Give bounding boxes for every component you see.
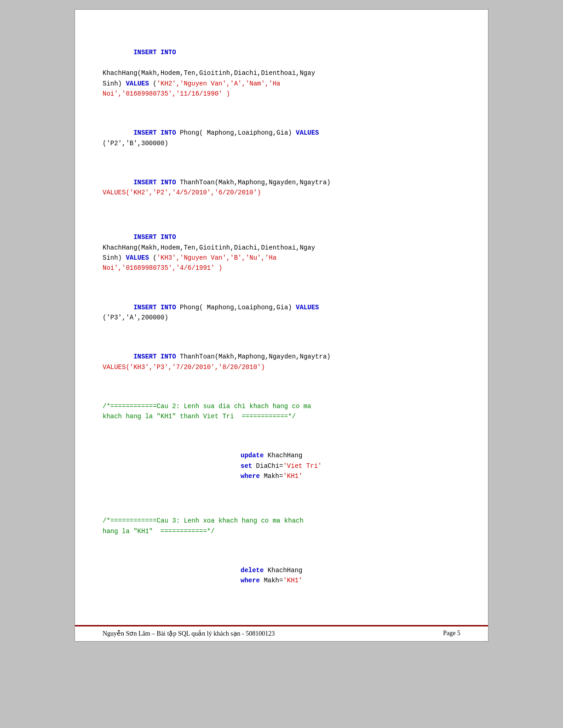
where-val-1: 'KH1'	[283, 472, 302, 480]
kw-set: set	[241, 462, 252, 470]
set-val: 'Viet Tri'	[283, 462, 322, 470]
code-text-8: ThanhToan(Makh,Maphong,Ngayden,Ngaytra)	[176, 353, 331, 360]
code-text-6: (	[149, 254, 157, 262]
kw-values-3: VALUES	[126, 254, 149, 262]
kw-insert-4: INSERT INTO	[133, 233, 176, 241]
code-values-p3: ('P3','A',200000)	[103, 314, 168, 321]
kw-insert-6: INSERT INTO	[133, 353, 176, 360]
where-col-2: Makh=	[260, 577, 283, 584]
insert-phong-p3-block: INSERT INTO Phong( Maphong,Loaiphong,Gia…	[103, 292, 460, 333]
delete-block: delete KhachHang where Makh='KH1'	[103, 555, 460, 596]
kw-insert-1: INSERT INTO	[118, 49, 176, 56]
comment-cau3: /*============Cau 3: Lenh xoa khach hang…	[103, 506, 460, 547]
kw-update: update	[241, 452, 264, 459]
kw-values-2: VALUES	[296, 129, 319, 136]
kw-insert-5: INSERT INTO	[133, 304, 176, 311]
footer: Nguyễn Sơn Lâm – Bài tập SQL quản lý khá…	[75, 625, 488, 641]
insert-kh3-block: INSERT INTO KhachHang(Makh,Hodem,Ten,Gio…	[103, 222, 460, 284]
comment-text-2: /*============Cau 2: Lenh sua dia chi kh…	[103, 403, 311, 420]
kw-insert-3: INSERT INTO	[133, 179, 176, 186]
footer-left: Nguyễn Sơn Lâm – Bài tập SQL quản lý khá…	[103, 630, 275, 637]
delete-table: KhachHang	[264, 567, 302, 574]
kw-delete: delete	[241, 567, 264, 574]
set-col: DiaChi=	[252, 462, 283, 470]
kw-insert-2: INSERT INTO	[133, 129, 176, 136]
kw-values-1: VALUES	[126, 80, 149, 87]
code-indent-6	[118, 353, 134, 360]
insert-phong-p2-block: INSERT INTO Phong( Maphong,Loaiphong,Gia…	[103, 118, 460, 159]
kw-values-4: VALUES	[296, 304, 319, 311]
code-text-2: (	[149, 80, 157, 87]
code-text-7: Phong( Maphong,Loaiphong,Gia)	[176, 304, 296, 311]
code-indent-3	[118, 179, 134, 186]
code-text-4: ThanhToan(Makh,Maphong,Ngayden,Ngaytra)	[176, 179, 331, 186]
comment-cau2: /*============Cau 2: Lenh sua dia chi kh…	[103, 391, 460, 432]
insert-thanhtoan-kh2-block: INSERT INTO ThanhToan(Makh,Maphong,Ngayd…	[103, 167, 460, 208]
insert-kh2-block: INSERT INTO KhachHang(Makh,Hodem,Ten,Gio…	[103, 37, 460, 109]
kw-where-1: where	[241, 472, 260, 480]
update-block: update KhachHang set DiaChi='Viet Tri' w…	[103, 440, 460, 492]
where-val-2: 'KH1'	[283, 577, 302, 584]
code-values-p2: ('P2','B',300000)	[103, 140, 168, 147]
code-indent-2	[118, 129, 134, 136]
page: INSERT INTO KhachHang(Makh,Hodem,Ten,Gio…	[75, 9, 488, 642]
code-indent-4	[118, 233, 134, 241]
kw-where-2: where	[241, 577, 260, 584]
code-text-3: Phong( Maphong,Loaiphong,Gia)	[176, 129, 296, 136]
code-indent-5	[118, 304, 134, 311]
code-values-tt2: VALUES('KH2','P2','4/5/2010','6/20/2010'…	[103, 189, 261, 196]
where-col-1: Makh=	[260, 472, 283, 480]
insert-thanhtoan-kh3-block: INSERT INTO ThanhToan(Makh,Maphong,Ngayd…	[103, 341, 460, 383]
comment-text-3: /*============Cau 3: Lenh xoa khach hang…	[103, 517, 304, 535]
update-table: KhachHang	[264, 452, 302, 459]
code-values-tt3: VALUES('KH3','P3','7/20/2010','8/20/2010…	[103, 364, 265, 371]
footer-right: Page 5	[443, 630, 460, 637]
